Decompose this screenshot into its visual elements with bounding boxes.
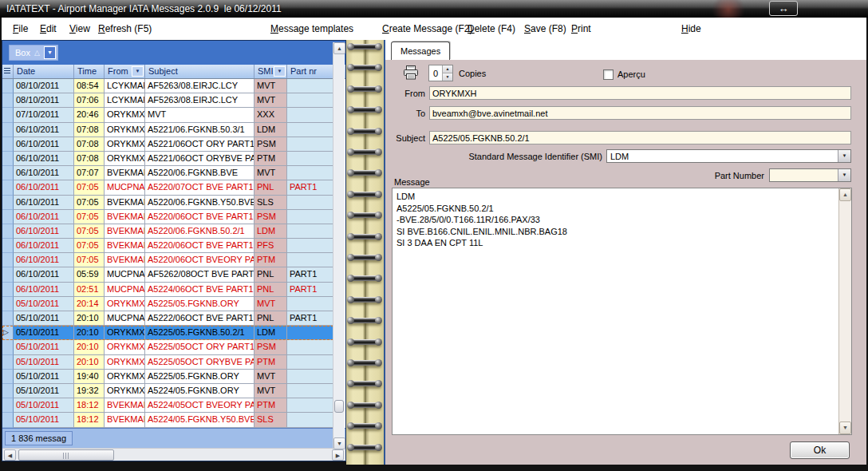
- vertical-scroll-thumb[interactable]: [334, 400, 344, 413]
- cell-time: 18:12: [74, 398, 105, 413]
- table-row[interactable]: 06/10/201105:59MUCPNAAF5262/08OCT BVE PA…: [2, 267, 333, 282]
- table-row[interactable]: 08/10/201108:54LCYKMAFAF5263/08.EIRJC.LC…: [2, 79, 333, 93]
- cell-subj: MVT: [145, 108, 254, 122]
- table-row[interactable]: 06/10/201107:08ORYKMXA5221/06OCT ORY PAR…: [2, 137, 333, 152]
- table-row[interactable]: 07/10/201120:46ORYKMXMVTXXX: [2, 108, 333, 122]
- cell-from: LCYKMAF: [105, 93, 145, 108]
- menu-item-refresh-f5[interactable]: Refresh (F5): [98, 23, 152, 34]
- menu-item-message-templates[interactable]: Message templates: [270, 23, 353, 34]
- column-header-from[interactable]: From▼: [105, 65, 145, 78]
- ok-button[interactable]: Ok: [790, 441, 850, 459]
- horizontal-scroll-thumb[interactable]: [18, 449, 114, 461]
- cell-smi: PSM: [254, 340, 287, 354]
- table-row[interactable]: 05/10/201120:10ORYKMXA5225/05OCT ORYBVE …: [2, 355, 333, 370]
- table-row[interactable]: 05/10/201119:40ORYKMXA5225/05.FGKNB.ORYM…: [2, 370, 333, 384]
- cell-smi: PTM: [254, 355, 287, 370]
- column-header-part-nr[interactable]: Part nr: [287, 65, 333, 78]
- cell-subj: A5220/07OCT BVE PART1: [145, 180, 254, 195]
- menu-item-view[interactable]: View: [69, 23, 90, 34]
- cell-time: 07:08: [74, 137, 105, 152]
- scroll-up-icon[interactable]: ▲: [333, 42, 345, 54]
- window-title: IATATEXT - Airport Manager IATA Messages…: [6, 3, 282, 14]
- table-row[interactable]: 05/10/201118:12BVEKMAFA5224/05OCT BVEORY…: [2, 398, 333, 413]
- table-row[interactable]: 05/10/201120:14ORYKMXA5225/05.FGKNB.ORYM…: [2, 297, 333, 311]
- menu-item-edit[interactable]: Edit: [40, 23, 57, 34]
- vertical-scrollbar[interactable]: ▲ ▼: [333, 42, 345, 449]
- cell-smi: SLS: [254, 196, 287, 210]
- from-field[interactable]: [429, 86, 851, 100]
- table-row[interactable]: 05/10/201119:32ORYKMXA5224/05.FGKNB.ORYM…: [2, 384, 333, 398]
- binder-ring: [348, 86, 381, 92]
- horizontal-scrollbar[interactable]: ◀ ▶: [2, 448, 345, 461]
- spin-up-icon[interactable]: ▲: [443, 65, 452, 73]
- column-header-smi[interactable]: SMI▼: [254, 65, 287, 78]
- menu-bar: FileEditViewRefresh (F5)Message template…: [2, 18, 866, 40]
- table-row[interactable]: 05/10/201120:10MUCPNAA5222/06OCT BVE PAR…: [2, 311, 333, 326]
- apercu-label: Aperçu: [617, 69, 645, 79]
- copies-value[interactable]: 0: [429, 65, 442, 81]
- column-header-time[interactable]: Time: [74, 65, 105, 78]
- smi-dropdown[interactable]: LDM ▼: [606, 149, 851, 163]
- cell-smi: LDM: [254, 224, 287, 239]
- table-row[interactable]: 06/10/201107:08ORYKMXA5221/06OCT ORYBVE …: [2, 152, 333, 166]
- table-row[interactable]: 06/10/201107:05BVEKMAFA5220/06.FGKNB.Y50…: [2, 196, 333, 210]
- table-row[interactable]: 05/10/201118:12BVEKMAFA5224/05.FGKNB.Y50…: [2, 413, 333, 427]
- restore-window-button[interactable]: ↔: [769, 1, 798, 16]
- spin-down-icon[interactable]: ▼: [443, 73, 452, 81]
- menu-item-save-f8[interactable]: Save (F8): [524, 23, 566, 34]
- table-row[interactable]: 06/10/201107:08ORYKMXA5221/06.FGKNB.50.3…: [2, 123, 333, 137]
- cell-time: 20:10: [74, 355, 105, 370]
- table-row[interactable]: 06/10/201107:05MUCPNAA5220/07OCT BVE PAR…: [2, 180, 333, 195]
- cell-time: 20:46: [74, 108, 105, 122]
- cell-part: [287, 413, 333, 427]
- table-row[interactable]: 05/10/201120:10ORYKMXA5225/05OCT ORY PAR…: [2, 340, 333, 354]
- column-header-subject[interactable]: Subject: [145, 65, 254, 78]
- menu-item-delete-f4[interactable]: Delete (F4): [468, 23, 515, 34]
- smi-filter-chevron-down-icon[interactable]: ▼: [274, 66, 286, 77]
- cell-date: 06/10/2011: [14, 239, 74, 253]
- message-scroll-down-icon[interactable]: ▼: [839, 422, 851, 434]
- row-selector-header[interactable]: [2, 65, 14, 78]
- scroll-left-icon[interactable]: ◀: [4, 449, 16, 461]
- menu-item-create-message-f2[interactable]: Create Message (F2): [382, 23, 472, 34]
- subject-field[interactable]: [429, 131, 851, 144]
- menu-item-print[interactable]: Print: [571, 23, 591, 34]
- menu-item-hide[interactable]: Hide: [681, 23, 701, 34]
- part-number-chevron-down-icon[interactable]: ▼: [838, 169, 850, 181]
- smi-chevron-down-icon[interactable]: ▼: [838, 150, 850, 162]
- apercu-checkbox[interactable]: [603, 69, 614, 80]
- table-row[interactable]: 06/10/201107:05BVEKMAFA5220/06OCT BVE PA…: [2, 239, 333, 253]
- chevron-down-icon[interactable]: ▼: [44, 46, 56, 59]
- table-row[interactable]: 06/10/201102:51MUCPNAA5224/06OCT BVE PAR…: [2, 283, 333, 297]
- cell-date: 05/10/2011: [14, 297, 74, 311]
- part-number-dropdown[interactable]: ▼: [769, 168, 851, 182]
- table-row[interactable]: 06/10/201107:05BVEKMAFA5220/06OCT BVE PA…: [2, 210, 333, 224]
- table-row[interactable]: ▷05/10/201120:10ORYKMXA5225/05.FGKNB.50.…: [2, 326, 333, 340]
- cell-date: 06/10/2011: [14, 180, 74, 195]
- table-row[interactable]: 08/10/201107:06LCYKMAFAF5263/08.EIRJC.LC…: [2, 93, 333, 108]
- cell-smi: PTM: [254, 253, 287, 267]
- cell-sel: [2, 152, 14, 166]
- to-field[interactable]: [429, 106, 851, 120]
- message-scrollbar[interactable]: ▲ ▼: [838, 188, 851, 434]
- cell-from: ORYKMX: [105, 123, 145, 137]
- cell-smi: PSM: [254, 137, 287, 152]
- table-row[interactable]: 06/10/201107:07BVEKMAFA5220/06.FGKNB.BVE…: [2, 166, 333, 180]
- cell-from: BVEKMAF: [105, 253, 145, 267]
- table-row[interactable]: 06/10/201107:05BVEKMAFA5220/06.FGKNB.50.…: [2, 224, 333, 239]
- cell-part: [287, 326, 333, 340]
- cell-smi: MVT: [254, 166, 287, 180]
- message-textarea[interactable]: LDM A5225/05.FGKNB.50.2/1 -BVE.28/5/0/0.…: [397, 191, 835, 432]
- cell-part: [287, 93, 333, 108]
- tab-messages[interactable]: Messages: [391, 42, 450, 60]
- copies-stepper[interactable]: 0 ▲ ▼: [428, 65, 453, 81]
- message-scroll-up-icon[interactable]: ▲: [839, 188, 851, 201]
- from-filter-chevron-down-icon[interactable]: ▼: [132, 66, 144, 77]
- scroll-down-icon[interactable]: ▼: [333, 437, 345, 449]
- scroll-right-icon[interactable]: ▶: [332, 449, 344, 461]
- menu-item-file[interactable]: File: [13, 23, 28, 34]
- column-header-date[interactable]: Date: [14, 65, 74, 78]
- smi-value: LDM: [610, 152, 629, 161]
- box-group-dropdown[interactable]: Box △ ▼: [9, 45, 58, 61]
- table-row[interactable]: 06/10/201107:05BVEKMAFA5220/06OCT BVEORY…: [2, 253, 333, 267]
